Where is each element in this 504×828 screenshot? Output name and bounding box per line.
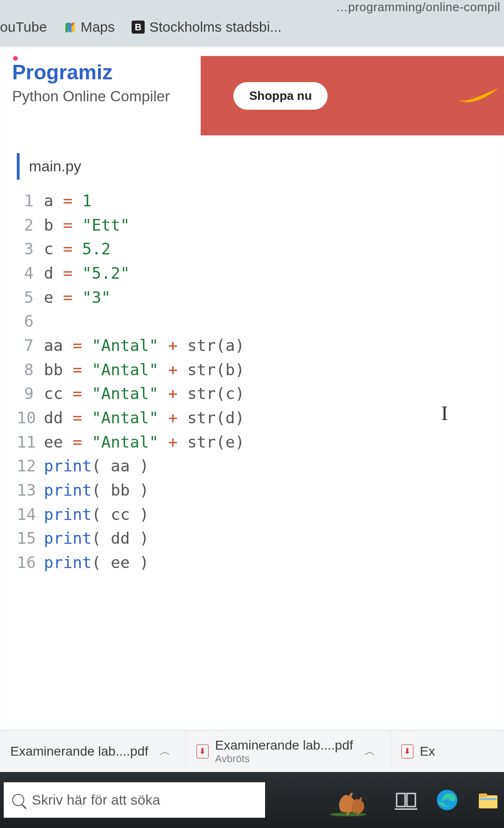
code-editor[interactable]: main.py 1a = 12b = "Ett"3c = 5.24d = "5.…	[0, 145, 504, 575]
line-number: 10	[17, 406, 44, 430]
kangaroo-decoration-icon	[320, 784, 376, 816]
code-source[interactable]: ee = "Antal" + str(e)	[44, 430, 245, 455]
ad-cta-button[interactable]: Shoppa nu	[233, 82, 328, 110]
nike-swoosh-icon	[457, 84, 499, 107]
svg-rect-7	[480, 798, 497, 800]
download-item-1[interactable]: Examinerande lab....pdf ︿	[0, 730, 186, 772]
taskbar-search[interactable]: Skriv här för att söka	[4, 782, 265, 818]
ad-banner[interactable]: Shoppa nu	[201, 56, 504, 135]
svg-rect-6	[479, 793, 487, 797]
code-line[interactable]: 5e = "3"	[17, 286, 504, 310]
search-icon	[12, 794, 24, 806]
code-line[interactable]: 3c = 5.2	[17, 237, 504, 261]
editor-tab[interactable]: main.py	[17, 153, 91, 180]
logo-text: Programiz	[12, 61, 112, 84]
chevron-up-icon[interactable]: ︿	[155, 744, 175, 759]
taskbar-search-placeholder: Skriv här för att söka	[32, 792, 160, 808]
line-number: 13	[17, 478, 44, 503]
chevron-up-icon[interactable]: ︿	[360, 744, 380, 759]
code-line[interactable]: 12print( aa )	[17, 454, 504, 478]
code-line[interactable]: 2b = "Ett"	[17, 213, 504, 238]
line-number: 16	[17, 551, 44, 575]
pdf-icon: ⬇	[401, 744, 413, 758]
svg-rect-1	[397, 793, 405, 807]
line-number: 4	[17, 261, 44, 286]
code-line[interactable]: 4d = "5.2"	[17, 261, 504, 286]
code-line[interactable]: 11ee = "Antal" + str(e)	[17, 430, 504, 455]
line-number: 7	[17, 334, 44, 358]
bookmarks-bar: ouTube Maps B Stockholms stadsbi...	[0, 13, 504, 41]
line-number: 8	[17, 358, 44, 382]
line-number: 2	[17, 213, 44, 238]
code-line[interactable]: 7aa = "Antal" + str(a)	[17, 334, 504, 358]
line-number: 11	[17, 430, 44, 455]
code-line[interactable]: 10dd = "Antal" + str(d)	[17, 406, 504, 430]
code-line[interactable]: 13print( bb )	[17, 478, 504, 503]
code-source[interactable]: print( bb )	[44, 478, 149, 503]
code-source[interactable]: dd = "Antal" + str(d)	[44, 406, 245, 430]
line-number: 14	[17, 503, 44, 527]
bookmark-stockholm[interactable]: B Stockholms stadsbi...	[132, 19, 281, 35]
page-header: Programiz Python Online Compiler Shoppa …	[0, 47, 504, 145]
edge-browser-icon[interactable]	[436, 789, 458, 811]
svg-rect-5	[479, 795, 497, 808]
line-number: 12	[17, 454, 44, 478]
taskbar-right	[265, 784, 504, 816]
code-source[interactable]: print( cc )	[44, 503, 149, 527]
line-number: 5	[17, 286, 44, 310]
download-item-2[interactable]: ⬇ Examinerande lab....pdf Avbröts ︿	[186, 730, 391, 772]
code-source[interactable]: print( aa )	[44, 454, 149, 478]
line-number: 9	[17, 382, 44, 406]
line-number: 15	[17, 526, 44, 551]
code-line[interactable]: 6	[17, 309, 504, 334]
download-item-3[interactable]: ⬇ Ex	[391, 730, 446, 772]
download-item-3-name: Ex	[420, 744, 435, 759]
programiz-logo[interactable]: Programiz	[12, 61, 201, 84]
line-number: 3	[17, 237, 44, 261]
code-source[interactable]: print( ee )	[44, 551, 149, 575]
letter-b-icon: B	[132, 21, 145, 34]
svg-rect-2	[407, 793, 415, 807]
line-number: 6	[17, 309, 44, 334]
text-cursor-icon: I	[441, 401, 448, 425]
code-area[interactable]: 1a = 12b = "Ett"3c = 5.24d = "5.2"5e = "…	[17, 189, 504, 575]
bookmark-youtube-label: ouTube	[0, 19, 47, 35]
brand-block: Programiz Python Online Compiler	[0, 47, 201, 145]
code-line[interactable]: 15print( dd )	[17, 526, 504, 551]
page-subtitle: Python Online Compiler	[12, 88, 201, 105]
bookmark-youtube[interactable]: ouTube	[0, 19, 47, 35]
file-explorer-icon[interactable]	[477, 789, 499, 811]
code-source[interactable]: print( dd )	[44, 526, 149, 551]
code-line[interactable]: 8bb = "Antal" + str(b)	[17, 358, 504, 382]
download-item-2-name: Examinerande lab....pdf	[215, 738, 353, 753]
download-item-2-status: Avbröts	[215, 753, 353, 765]
line-number: 1	[17, 189, 44, 213]
code-line[interactable]: 1a = 1	[17, 189, 504, 213]
page-content: Programiz Python Online Compiler Shoppa …	[0, 47, 504, 735]
url-fragment: …programming/online-compil	[336, 0, 504, 13]
code-source[interactable]: d = "5.2"	[44, 261, 130, 286]
task-view-icon[interactable]	[395, 789, 417, 811]
download-item-1-name: Examinerande lab....pdf	[10, 744, 148, 759]
code-source[interactable]: a = 1	[44, 189, 91, 213]
pdf-icon: ⬇	[196, 744, 209, 758]
code-line[interactable]: 9cc = "Antal" + str(c)	[17, 382, 504, 406]
maps-icon	[64, 21, 76, 33]
code-source[interactable]: bb = "Antal" + str(b)	[44, 358, 245, 382]
windows-taskbar: Skriv här för att söka	[0, 772, 504, 828]
svg-rect-3	[395, 808, 417, 810]
code-source[interactable]: c = 5.2	[44, 237, 111, 261]
code-source[interactable]: cc = "Antal" + str(c)	[44, 382, 245, 406]
code-source[interactable]: aa = "Antal" + str(a)	[44, 334, 245, 358]
downloads-bar: Examinerande lab....pdf ︿ ⬇ Examinerande…	[0, 730, 504, 772]
bookmark-maps[interactable]: Maps	[64, 19, 115, 35]
code-line[interactable]: 14print( cc )	[17, 503, 504, 527]
code-line[interactable]: 16print( ee )	[17, 551, 504, 575]
bookmark-maps-label: Maps	[81, 19, 115, 35]
code-source[interactable]: b = "Ett"	[44, 213, 130, 238]
bookmark-stockholm-label: Stockholms stadsbi...	[149, 19, 281, 35]
code-source[interactable]: e = "3"	[44, 286, 111, 310]
